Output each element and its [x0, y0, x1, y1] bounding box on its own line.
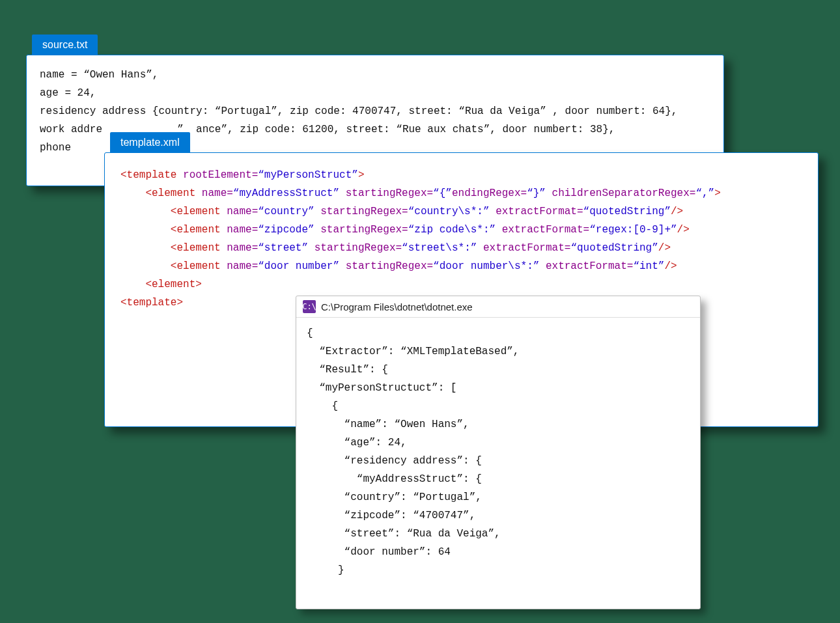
template-tab[interactable]: template.xml	[110, 132, 190, 153]
terminal-output: { “Extractor”: “XMLTemplateBased”, “Resu…	[296, 318, 700, 586]
terminal-icon: C:\	[303, 300, 316, 313]
terminal-titlebar[interactable]: C:\ C:\Program Files\dotnet\dotnet.exe	[296, 296, 700, 318]
source-tab[interactable]: source.txt	[32, 35, 98, 55]
terminal-title-text: C:\Program Files\dotnet\dotnet.exe	[321, 301, 473, 312]
terminal-window: C:\ C:\Program Files\dotnet\dotnet.exe {…	[296, 296, 701, 609]
